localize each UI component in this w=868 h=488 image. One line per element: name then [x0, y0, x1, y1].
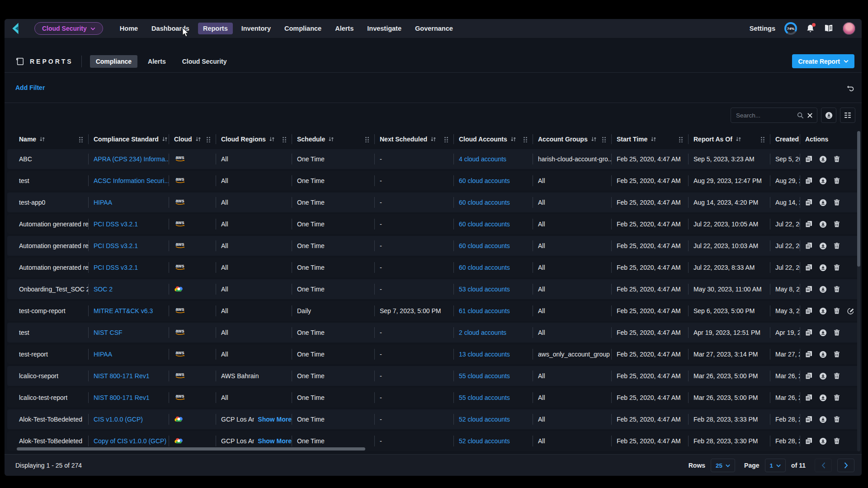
sort-icon[interactable]: [269, 136, 275, 142]
delete-report-button[interactable]: [834, 177, 840, 184]
clone-report-button[interactable]: [805, 394, 812, 401]
delete-report-button[interactable]: [834, 329, 840, 336]
clone-report-button[interactable]: [805, 242, 812, 249]
sort-icon[interactable]: [430, 136, 436, 142]
table-row[interactable]: Automation generated re...PCI DSS v3.2.1…: [7, 258, 859, 277]
download-report-button[interactable]: [819, 307, 827, 315]
horizontal-scrollbar[interactable]: [17, 447, 365, 450]
nav-item-governance[interactable]: Governance: [410, 23, 458, 34]
clone-report-button[interactable]: [805, 177, 812, 184]
vertical-scrollbar-thumb[interactable]: [857, 131, 860, 267]
delete-report-button[interactable]: [834, 264, 840, 271]
compliance-standard-link[interactable]: PCI DSS v3.2.1: [94, 221, 138, 228]
notifications-bell-icon[interactable]: [806, 24, 815, 33]
delete-report-button[interactable]: [834, 221, 840, 228]
compliance-standard-link[interactable]: NIST 800-171 Rev1: [94, 394, 149, 401]
cloud-accounts-link[interactable]: 53 cloud accounts: [459, 286, 510, 293]
compliance-standard-link[interactable]: PCI DSS v3.2.1: [94, 264, 138, 271]
add-filter-link[interactable]: Add Filter: [15, 84, 45, 91]
compliance-standard-link[interactable]: Copy of CIS v1.0.0 (GCP): [94, 437, 166, 445]
column-drag-handle[interactable]: [79, 136, 83, 142]
table-row[interactable]: lcalico-rseportNIST 800-171 Rev1awsAWS B…: [7, 366, 859, 386]
progress-ring[interactable]: 74%: [784, 22, 797, 35]
download-report-button[interactable]: [819, 329, 827, 337]
column-drag-handle[interactable]: [365, 136, 369, 142]
compliance-standard-link[interactable]: PCI DSS v3.2.1: [94, 242, 138, 249]
cloud-accounts-link[interactable]: 55 cloud accounts: [459, 372, 510, 380]
table-row[interactable]: test-comp-reportMITRE ATT&CK v6.3awsAllD…: [7, 301, 859, 321]
sort-icon[interactable]: [328, 136, 334, 142]
table-row[interactable]: Automation generated re...PCI DSS v3.2.1…: [7, 236, 859, 256]
delete-report-button[interactable]: [834, 155, 840, 163]
compliance-standard-link[interactable]: HIPAA: [94, 351, 112, 358]
table-row[interactable]: testACSC Information Securi...awsAllOne …: [7, 171, 859, 191]
cloud-accounts-link[interactable]: 60 cloud accounts: [459, 242, 510, 249]
delete-report-button[interactable]: [834, 199, 840, 206]
cloud-accounts-link[interactable]: 52 cloud accounts: [459, 416, 510, 423]
table-row[interactable]: Automation generated re...PCI DSS v3.2.1…: [7, 214, 859, 234]
column-drag-handle[interactable]: [602, 136, 606, 142]
delete-report-button[interactable]: [834, 351, 840, 358]
cloud-accounts-link[interactable]: 2 cloud accounts: [459, 329, 506, 336]
app-logo-icon[interactable]: [10, 22, 22, 35]
compliance-standard-link[interactable]: NIST CSF: [94, 329, 123, 336]
delete-report-button[interactable]: [834, 372, 840, 380]
column-drag-handle[interactable]: [444, 136, 448, 142]
edit-report-button[interactable]: [847, 307, 854, 315]
user-avatar[interactable]: [843, 22, 855, 35]
clone-report-button[interactable]: [805, 264, 812, 271]
download-report-button[interactable]: [819, 416, 827, 423]
search-input[interactable]: [735, 112, 794, 119]
compliance-standard-link[interactable]: APRA (CPS 234) Informa...: [94, 155, 169, 163]
download-report-button[interactable]: [819, 155, 827, 163]
nav-item-reports[interactable]: Reports: [198, 23, 233, 34]
table-row[interactable]: ABCAPRA (CPS 234) Informa...awsAllOne Ti…: [7, 149, 859, 169]
clone-report-button[interactable]: [805, 286, 812, 293]
docs-book-icon[interactable]: [824, 24, 834, 33]
previous-page-button[interactable]: [815, 459, 832, 472]
nav-item-dashboards[interactable]: Dashboards: [146, 23, 194, 34]
page-select[interactable]: 1: [765, 459, 786, 472]
cloud-accounts-link[interactable]: 13 cloud accounts: [459, 351, 510, 358]
table-row[interactable]: testNIST CSFawsAllOne Time-2 cloud accou…: [7, 323, 859, 343]
vertical-scrollbar[interactable]: [857, 131, 860, 451]
download-table-button[interactable]: [821, 108, 836, 123]
sort-icon[interactable]: [651, 136, 656, 142]
table-row[interactable]: Onboarding_Test_SOC 2 ...SOC 2AllOne Tim…: [7, 279, 859, 299]
compliance-standard-link[interactable]: MITRE ATT&CK v6.3: [94, 307, 153, 314]
next-page-button[interactable]: [837, 459, 854, 472]
cloud-accounts-link[interactable]: 4 cloud accounts: [459, 155, 506, 163]
download-report-button[interactable]: [819, 351, 827, 358]
sort-icon[interactable]: [39, 136, 45, 142]
compliance-standard-link[interactable]: ACSC Information Securi...: [94, 177, 169, 184]
download-report-button[interactable]: [819, 221, 827, 228]
clear-search-icon[interactable]: [807, 113, 813, 118]
cloud-accounts-link[interactable]: 60 cloud accounts: [459, 221, 510, 228]
clone-report-button[interactable]: [805, 416, 812, 423]
settings-link[interactable]: Settings: [750, 25, 775, 32]
table-row[interactable]: lcalico-test-reportNIST 800-171 Rev1awsA…: [7, 388, 859, 408]
search-icon[interactable]: [797, 112, 804, 119]
clone-report-button[interactable]: [805, 221, 812, 228]
table-row[interactable]: test-reportHIPAAawsAllOne Time-13 cloud …: [7, 344, 859, 364]
compliance-standard-link[interactable]: NIST 800-171 Rev1: [94, 372, 149, 380]
sort-icon[interactable]: [162, 136, 168, 142]
tab-cloud-security[interactable]: Cloud Security: [176, 55, 233, 68]
download-report-button[interactable]: [819, 394, 827, 402]
nav-item-compliance[interactable]: Compliance: [279, 23, 326, 34]
sort-icon[interactable]: [510, 136, 516, 142]
nav-item-home[interactable]: Home: [115, 23, 143, 34]
cloud-accounts-link[interactable]: 60 cloud accounts: [459, 264, 510, 271]
rows-per-page-select[interactable]: 25: [711, 459, 735, 472]
nav-item-inventory[interactable]: Inventory: [236, 23, 276, 34]
show-more-link[interactable]: Show More: [258, 437, 292, 445]
column-settings-button[interactable]: [840, 108, 855, 123]
download-report-button[interactable]: [819, 264, 827, 272]
clone-report-button[interactable]: [805, 351, 812, 358]
download-report-button[interactable]: [819, 437, 827, 445]
compliance-standard-link[interactable]: SOC 2: [94, 286, 113, 293]
cloud-accounts-link[interactable]: 60 cloud accounts: [459, 177, 510, 184]
table-row[interactable]: Alok-Test-ToBedeletedCIS v1.0.0 (GCP)GCP…: [7, 409, 859, 429]
clone-report-button[interactable]: [805, 372, 812, 380]
cloud-accounts-link[interactable]: 61 cloud accounts: [459, 307, 510, 314]
